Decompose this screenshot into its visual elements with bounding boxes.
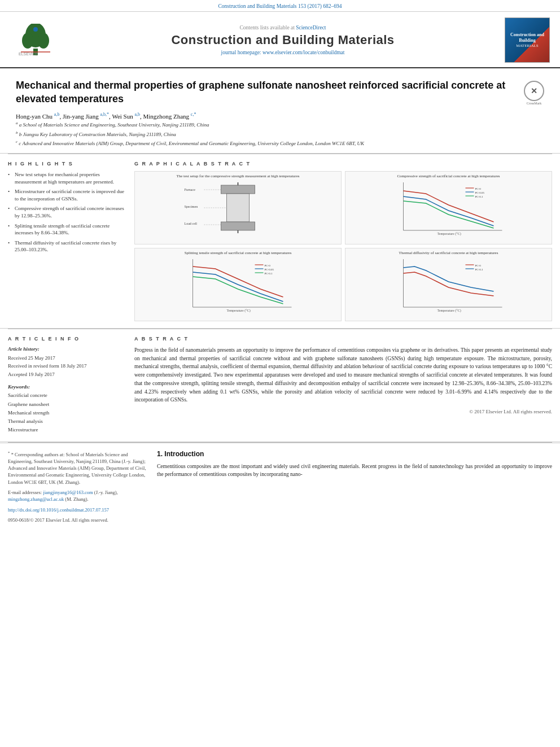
keyword-4: Thermal analysis <box>8 417 126 426</box>
keywords-label: Keywords: <box>8 384 126 390</box>
homepage-url[interactable]: www.elsevier.com/locate/conbuildmat <box>262 50 345 55</box>
elsevier-tree-icon: ELSEVIER <box>15 24 56 56</box>
svg-rect-8 <box>227 194 250 222</box>
page-wrapper: Construction and Building Materials 153 … <box>0 0 560 747</box>
article-dates: Received 25 May 2017 Received in revised… <box>8 354 126 378</box>
graphical-abstract-column: G R A P H I C A L A B S T R A C T The te… <box>134 161 552 321</box>
svg-text:PC-0: PC-0 <box>475 264 482 267</box>
graph-title-3: Splitting tensile strength of sacrificia… <box>137 251 339 255</box>
intro-text: Cementitious composites are the most imp… <box>157 462 552 479</box>
doi-link[interactable]: http://dx.doi.org/10.1016/j.conbuildmat.… <box>8 507 109 513</box>
svg-text:ELSEVIER: ELSEVIER <box>19 52 38 56</box>
svg-text:Furnace: Furnace <box>185 188 196 191</box>
svg-text:PC-0.05: PC-0.05 <box>265 268 274 271</box>
journal-homepage: journal homepage: www.elsevier.com/locat… <box>68 50 498 55</box>
footnote-issn: 0950-0618/© 2017 Elsevier Ltd. All right… <box>8 517 149 523</box>
compressive-chart-svg: PC-0 PC-0.05 PC-0.1 Temperature (°C) <box>348 180 549 236</box>
journal-citation-bar: Construction and Building Materials 153 … <box>0 0 560 12</box>
author-1: Hong-yan Chu <box>16 112 54 119</box>
highlights-list: New test setups for mechanical propertie… <box>8 171 126 254</box>
affiliation-a: a a School of Materials Science and Engi… <box>16 121 544 129</box>
article-info-heading: A R T I C L E I N F O <box>8 336 126 342</box>
abstract-text: Progress in the field of nanomaterials p… <box>134 346 552 404</box>
revised-date: Received in revised form 18 July 2017 <box>8 362 126 370</box>
crossmark-icon: ✕ <box>524 81 544 101</box>
svg-text:PC-0.1: PC-0.1 <box>475 268 484 271</box>
article-title-section: Mechanical and thermal properties of gra… <box>0 68 560 154</box>
highlight-item-3: Compressive strength of sacrificial conc… <box>8 205 126 219</box>
article-title-row: Mechanical and thermal properties of gra… <box>16 78 544 106</box>
graph-box-2: Compressive strength of sacrificial conc… <box>345 171 552 244</box>
svg-text:PC-0.05: PC-0.05 <box>475 191 485 194</box>
article-info-column: A R T I C L E I N F O Article history: R… <box>8 336 126 435</box>
svg-point-4 <box>33 27 38 32</box>
journal-cover-thumbnail: Construction and Building MATERIALS <box>505 18 550 63</box>
cover-text-bottom: MATERIALS <box>516 43 538 48</box>
graph-box-4: Thermal diffusivity of sacrificial concr… <box>345 248 552 321</box>
svg-text:PC-0.1: PC-0.1 <box>475 195 484 198</box>
authors-line: Hong-yan Chu a,b, Jin-yang Jiang a,b,*, … <box>16 112 544 120</box>
svg-text:PC-0: PC-0 <box>475 187 482 190</box>
cover-text-top: Construction and Building <box>509 32 546 43</box>
email-link-2[interactable]: mingzhong.zhang@ucl.ac.uk <box>8 496 64 502</box>
graph-box-1: The test setup for the compressive stren… <box>134 171 342 244</box>
introduction-column: 1. Introduction Cementitious composites … <box>157 450 552 527</box>
author-2: Jin-yang Jiang <box>63 112 100 119</box>
intro-heading: 1. Introduction <box>157 450 552 458</box>
highlights-column: H I G H L I G H T S New test setups for … <box>8 161 126 321</box>
elsevier-logo: ELSEVIER <box>10 24 61 56</box>
footer-intro-section: * * Corresponding authors at: School of … <box>0 443 560 532</box>
journal-citation-text: Construction and Building Materials 153 … <box>218 3 342 9</box>
svg-text:PC-0: PC-0 <box>265 264 271 267</box>
svg-text:Load cell: Load cell <box>185 222 198 225</box>
graphical-abstract-heading: G R A P H I C A L A B S T R A C T <box>134 161 552 167</box>
highlight-item-2: Microstructure of sacrificial concrete i… <box>8 188 126 202</box>
svg-text:Specimen: Specimen <box>185 205 198 208</box>
keyword-2: Graphene nanosheet <box>8 400 126 409</box>
affiliation-b: b b Jiangsu Key Laboratory of Constructi… <box>16 130 544 138</box>
footnote-corresponding: * * Corresponding authors at: School of … <box>8 450 149 486</box>
footnotes-column: * * Corresponding authors at: School of … <box>8 450 149 527</box>
footnote-doi: http://dx.doi.org/10.1016/j.conbuildmat.… <box>8 506 149 513</box>
svg-text:Temperature (°C): Temperature (°C) <box>438 232 461 236</box>
highlight-item-4: Splitting tensile strength of sacrificia… <box>8 222 126 237</box>
setup-diagram-svg: Furnace Specimen Load cell <box>137 180 339 236</box>
abstract-heading: A B S T R A C T <box>134 336 552 342</box>
journal-title-block: Contents lists available at ScienceDirec… <box>68 25 498 55</box>
received-date: Received 25 May 2017 <box>8 354 126 362</box>
homepage-label: journal homepage: <box>221 50 261 55</box>
svg-text:Temperature (°C): Temperature (°C) <box>227 309 251 313</box>
highlights-graphical-section: H I G H L I G H T S New test setups for … <box>0 154 560 329</box>
footnote-emails: E-mail addresses: jiangjinyang16@163.com… <box>8 489 149 503</box>
graph-title-4: Thermal diffusivity of sacrificial concr… <box>348 251 549 255</box>
email-link-1[interactable]: jiangjinyang16@163.com <box>43 490 93 495</box>
author-3: Wei Sun <box>112 112 134 119</box>
svg-text:PC-0.1: PC-0.1 <box>265 272 273 275</box>
history-label: Article history: <box>8 346 126 352</box>
journal-main-title: Construction and Building Materials <box>68 33 498 47</box>
svg-point-2 <box>22 33 33 49</box>
svg-rect-7 <box>221 185 255 194</box>
graph-title-1: The test setup for the compressive stren… <box>137 174 339 178</box>
thermal-chart-svg: PC-0 PC-0.1 Temperature (°C) <box>348 256 549 313</box>
keyword-3: Mechanical strength <box>8 409 126 417</box>
sciencedirect-line: Contents lists available at ScienceDirec… <box>68 25 498 30</box>
graph-box-3: Splitting tensile strength of sacrificia… <box>134 248 342 321</box>
svg-point-3 <box>38 33 49 49</box>
keyword-5: Microstructure <box>8 426 126 434</box>
accepted-date: Accepted 19 July 2017 <box>8 370 126 378</box>
sciencedirect-link-text[interactable]: ScienceDirect <box>296 25 326 30</box>
copyright-line: © 2017 Elsevier Ltd. All rights reserved… <box>134 409 552 414</box>
highlight-item-1: New test setups for mechanical propertie… <box>8 171 126 185</box>
crossmark-label: CrossMark <box>524 102 544 105</box>
crossmark-badge[interactable]: ✕ CrossMark <box>524 81 544 101</box>
keyword-1: Sacrificial concrete <box>8 391 126 400</box>
svg-rect-9 <box>221 222 255 230</box>
highlights-heading: H I G H L I G H T S <box>8 161 126 167</box>
abstract-column: A B S T R A C T Progress in the field of… <box>134 336 552 435</box>
author-4: Mingzhong Zhang <box>143 112 191 119</box>
journal-header: ELSEVIER Contents lists available at Sci… <box>0 12 560 68</box>
affiliation-c: c c Advanced and Innovative Materials (A… <box>16 139 544 147</box>
article-info-abstract-section: A R T I C L E I N F O Article history: R… <box>0 329 560 442</box>
sciencedirect-prefix: Contents lists available at <box>239 25 294 30</box>
